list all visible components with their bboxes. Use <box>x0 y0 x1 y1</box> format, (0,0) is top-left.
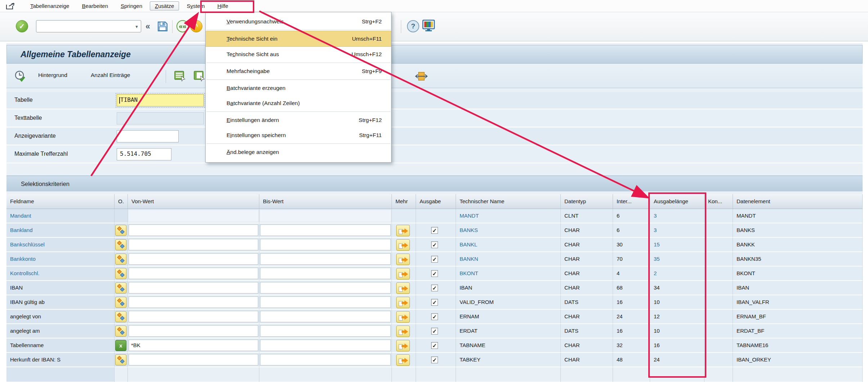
menu-item-einstellungen--ndern[interactable]: Einstellungen ändernStrg+F12 <box>206 113 391 128</box>
multiple-selection-button[interactable] <box>396 354 410 366</box>
bis-wert-input[interactable] <box>260 253 391 265</box>
von-wert-input[interactable] <box>129 268 258 279</box>
hintergrund-button[interactable]: Hintergrund <box>38 72 67 78</box>
ausgabe-checkbox[interactable]: ✓ <box>431 342 438 349</box>
multiple-selection-button[interactable] <box>396 225 410 236</box>
menubar-item-hilfe[interactable]: Hilfe <box>212 1 233 10</box>
column-header-ausgabelnge[interactable]: Ausgabelänge <box>650 194 704 209</box>
menu-item-batchvariante-erzeugen[interactable]: Batchvariante erzeugen <box>206 81 391 96</box>
exit-button[interactable]: ^ <box>190 20 202 32</box>
von-wert-input[interactable] <box>129 239 258 250</box>
multiple-selection-button[interactable] <box>396 311 410 323</box>
ausgabe-checkbox[interactable]: ✓ <box>431 356 438 363</box>
selection-options-icon[interactable] <box>115 297 126 308</box>
multiple-selection-button[interactable] <box>396 239 410 251</box>
von-wert-input[interactable] <box>129 311 258 322</box>
bis-wert-input[interactable] <box>260 325 391 337</box>
multiple-selection-button[interactable] <box>396 297 410 308</box>
menubar-item-system[interactable]: System <box>182 1 210 10</box>
deselect-all-icon[interactable] <box>194 71 205 83</box>
von-wert-input[interactable] <box>129 325 258 337</box>
menu-item--nd-belege-anzeigen[interactable]: Änd.belege anzeigen <box>206 145 391 160</box>
multiple-selection-button[interactable] <box>396 326 410 337</box>
bis-wert-input[interactable] <box>260 354 391 365</box>
column-header-datentyp[interactable]: Datentyp <box>561 194 613 209</box>
menu-item-batchvariante--anzahl-zeilen-[interactable]: Batchvariante (Anzahl Zeilen) <box>206 96 391 111</box>
menu-item-mehrfacheingabe[interactable]: MehrfacheingabeStrg+F9 <box>206 64 391 79</box>
von-wert-cell <box>128 295 259 310</box>
continue-icon[interactable] <box>5 2 16 10</box>
column-header-kon[interactable]: Kon... <box>704 194 733 209</box>
exclude-pattern-icon[interactable]: x <box>115 340 126 351</box>
selection-options-icon[interactable] <box>115 311 126 322</box>
column-header-biswert[interactable]: Bis-Wert <box>259 194 392 209</box>
selection-options-icon[interactable] <box>115 225 126 236</box>
bis-wert-input[interactable] <box>260 239 391 250</box>
von-wert-input[interactable] <box>129 282 258 294</box>
column-header-vonwert[interactable]: Von-Wert <box>128 194 259 209</box>
ausgabe-checkbox[interactable]: ✓ <box>431 313 438 320</box>
max-trefferzahl-input[interactable]: 5.514.705 <box>117 148 171 160</box>
command-field[interactable]: ▼ <box>36 20 141 32</box>
von-wert-input[interactable] <box>129 224 258 236</box>
back-button[interactable]: «« <box>176 20 189 32</box>
menubar-item-bearbeiten[interactable]: Bearbeiten <box>77 1 113 10</box>
bis-wert-input[interactable] <box>260 340 391 351</box>
ausgabe-checkbox[interactable]: ✓ <box>431 227 438 234</box>
menubar-item-zustze[interactable]: Zusätze <box>150 1 179 10</box>
menubar-item-springen[interactable]: Springen <box>116 1 147 10</box>
column-header-mehr[interactable]: Mehr <box>392 194 416 209</box>
menubar-item-tabellenanzeige[interactable]: Tabellenanzeige <box>25 1 74 10</box>
multiple-selection-button[interactable] <box>396 282 410 294</box>
anzeigevariante-input[interactable] <box>117 130 179 142</box>
von-wert-input[interactable] <box>129 296 258 308</box>
select-all-icon[interactable] <box>174 71 186 83</box>
command-dropdown-icon[interactable]: ▼ <box>135 24 139 29</box>
column-header-datenelement[interactable]: Datenelement <box>733 194 863 209</box>
multiple-selection-button[interactable] <box>396 268 410 279</box>
anzahl-eintraege-button[interactable]: Anzahl Einträge <box>91 72 130 78</box>
tabelle-input[interactable]: TIBAN <box>117 94 204 106</box>
multiple-selection-button[interactable] <box>396 340 410 351</box>
ausgabe-checkbox[interactable]: ✓ <box>431 285 438 291</box>
selection-options-icon[interactable] <box>115 326 126 337</box>
menu-item-einstellungen-speichern[interactable]: Einstellungen speichernStrg+F11 <box>206 128 391 143</box>
output-width-icon[interactable] <box>415 71 428 84</box>
collapse-toolbar-icon[interactable]: « <box>146 21 150 32</box>
selection-options-icon[interactable] <box>115 254 126 265</box>
selection-options-icon[interactable] <box>115 239 126 250</box>
bis-wert-input[interactable] <box>260 282 391 294</box>
selection-options-icon[interactable] <box>115 282 126 294</box>
execute-background-icon[interactable] <box>14 70 27 85</box>
ausgabe-checkbox[interactable]: ✓ <box>431 256 438 263</box>
bis-wert-input[interactable] <box>260 311 391 322</box>
multiple-selection-button[interactable] <box>396 254 410 265</box>
column-header-ausgabe[interactable]: Ausgabe <box>416 194 456 209</box>
toolbar-separator <box>401 20 401 33</box>
menu-item-label: Änd.belege anzeigen <box>227 149 279 155</box>
save-button[interactable] <box>157 21 168 33</box>
help-icon[interactable]: ? <box>407 20 419 32</box>
ausgabe-checkbox[interactable]: ✓ <box>431 241 438 248</box>
bis-wert-input[interactable] <box>260 268 391 279</box>
column-header-inter[interactable]: Inter... <box>613 194 650 209</box>
ausgabe-checkbox[interactable]: ✓ <box>431 270 438 277</box>
menu-item-technische-sicht-ein[interactable]: Technische Sicht einUmsch+F11 <box>206 31 391 47</box>
ausgabe-checkbox[interactable]: ✓ <box>431 328 438 335</box>
column-header-technischername[interactable]: Technischer Name <box>456 194 561 209</box>
column-header-o[interactable]: O. <box>115 194 128 209</box>
bis-wert-input[interactable] <box>260 224 391 236</box>
von-wert-input[interactable] <box>129 354 258 365</box>
enter-button[interactable]: ✓ <box>16 20 28 32</box>
command-input[interactable] <box>38 22 131 31</box>
menu-item-technische-sicht-aus[interactable]: Technische Sicht ausUmsch+F12 <box>206 47 391 62</box>
menu-item-verwendungsnachweis[interactable]: VerwendungsnachweisStrg+F2 <box>206 14 391 29</box>
ausgabe-checkbox[interactable]: ✓ <box>431 299 438 306</box>
von-wert-input[interactable] <box>129 253 258 265</box>
selection-options-icon[interactable] <box>115 268 126 279</box>
column-header-feldname[interactable]: Feldname <box>6 194 115 209</box>
selection-options-icon[interactable] <box>115 354 126 365</box>
von-wert-input[interactable]: *BK <box>129 340 258 351</box>
bis-wert-input[interactable] <box>260 296 391 308</box>
local-layout-icon[interactable] <box>422 19 435 33</box>
